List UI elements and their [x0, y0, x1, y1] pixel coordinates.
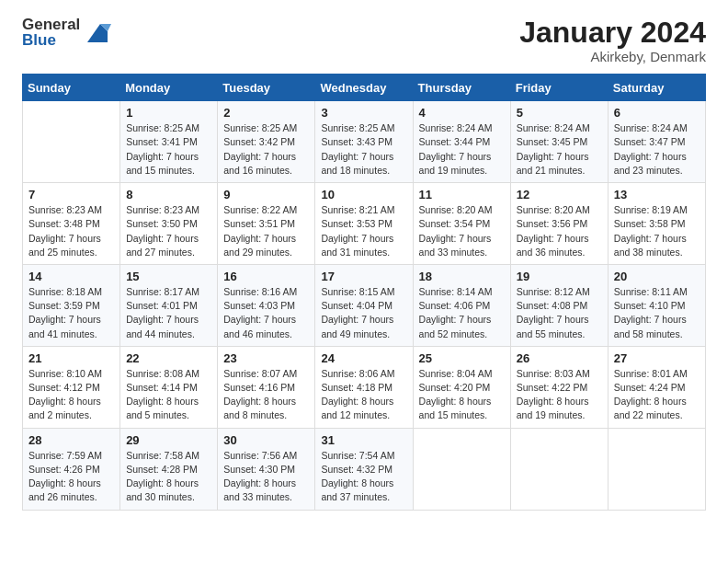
day-number: 18: [419, 270, 505, 283]
day-number: 30: [223, 433, 309, 447]
day-info: Sunrise: 8:22 AMSunset: 3:51 PMDaylight:…: [223, 203, 309, 259]
day-number: 11: [419, 188, 505, 201]
calendar-cell: [413, 428, 510, 510]
day-info: Sunrise: 7:54 AMSunset: 4:32 PMDaylight:…: [321, 449, 406, 505]
calendar-cell: 11Sunrise: 8:20 AMSunset: 3:54 PMDayligh…: [413, 183, 510, 265]
day-number: 3: [321, 106, 406, 120]
calendar-week-3: 14Sunrise: 8:18 AMSunset: 3:59 PMDayligh…: [23, 264, 706, 346]
weekday-header-sunday: Sunday: [23, 75, 120, 101]
day-number: 27: [614, 351, 700, 365]
calendar-subtitle: Akirkeby, Denmark: [519, 49, 706, 64]
day-number: 19: [517, 270, 602, 283]
day-number: 29: [126, 433, 211, 447]
calendar-cell: [608, 428, 705, 510]
day-number: 24: [321, 351, 406, 365]
day-number: 13: [614, 188, 700, 201]
calendar-week-1: 1Sunrise: 8:25 AMSunset: 3:41 PMDaylight…: [23, 101, 706, 183]
weekday-header-tuesday: Tuesday: [218, 75, 315, 101]
weekday-header-row: SundayMondayTuesdayWednesdayThursdayFrid…: [23, 75, 706, 101]
calendar-cell: 18Sunrise: 8:14 AMSunset: 4:06 PMDayligh…: [413, 264, 510, 346]
calendar-cell: 30Sunrise: 7:56 AMSunset: 4:30 PMDayligh…: [218, 428, 315, 510]
calendar-week-2: 7Sunrise: 8:23 AMSunset: 3:48 PMDaylight…: [23, 183, 706, 265]
day-info: Sunrise: 8:08 AMSunset: 4:14 PMDaylight:…: [126, 367, 211, 423]
day-info: Sunrise: 7:59 AMSunset: 4:26 PMDaylight:…: [28, 449, 114, 505]
day-info: Sunrise: 8:21 AMSunset: 3:53 PMDaylight:…: [321, 203, 406, 259]
day-info: Sunrise: 8:24 AMSunset: 3:47 PMDaylight:…: [614, 121, 700, 178]
day-number: 7: [28, 188, 114, 201]
day-info: Sunrise: 8:25 AMSunset: 3:43 PMDaylight:…: [321, 121, 406, 178]
calendar-week-5: 28Sunrise: 7:59 AMSunset: 4:26 PMDayligh…: [23, 428, 706, 510]
calendar-cell: 8Sunrise: 8:23 AMSunset: 3:50 PMDaylight…: [120, 183, 218, 265]
day-number: 8: [126, 188, 211, 201]
calendar-cell: 25Sunrise: 8:04 AMSunset: 4:20 PMDayligh…: [413, 346, 510, 428]
day-number: 23: [223, 351, 309, 365]
logo-text: General Blue: [22, 17, 80, 48]
day-info: Sunrise: 8:06 AMSunset: 4:18 PMDaylight:…: [321, 367, 406, 423]
day-info: Sunrise: 8:24 AMSunset: 3:44 PMDaylight:…: [419, 121, 505, 178]
calendar-cell: 17Sunrise: 8:15 AMSunset: 4:04 PMDayligh…: [315, 264, 413, 346]
calendar-cell: 7Sunrise: 8:23 AMSunset: 3:48 PMDaylight…: [23, 183, 120, 265]
title-block: January 2024 Akirkeby, Denmark: [519, 17, 706, 64]
calendar-cell: 12Sunrise: 8:20 AMSunset: 3:56 PMDayligh…: [510, 183, 608, 265]
day-info: Sunrise: 8:15 AMSunset: 4:04 PMDaylight:…: [321, 285, 406, 341]
day-info: Sunrise: 7:56 AMSunset: 4:30 PMDaylight:…: [223, 449, 309, 505]
logo-blue: Blue: [22, 32, 80, 48]
calendar-cell: 3Sunrise: 8:25 AMSunset: 3:43 PMDaylight…: [315, 101, 413, 183]
day-info: Sunrise: 8:23 AMSunset: 3:48 PMDaylight:…: [28, 203, 114, 259]
calendar-cell: 27Sunrise: 8:01 AMSunset: 4:24 PMDayligh…: [608, 346, 705, 428]
logo: General Blue: [22, 17, 111, 48]
day-number: 2: [223, 106, 309, 120]
day-info: Sunrise: 8:20 AMSunset: 3:54 PMDaylight:…: [419, 203, 505, 259]
logo-icon: [82, 17, 111, 46]
calendar-cell: 21Sunrise: 8:10 AMSunset: 4:12 PMDayligh…: [23, 346, 120, 428]
day-info: Sunrise: 7:58 AMSunset: 4:28 PMDaylight:…: [126, 449, 211, 505]
day-info: Sunrise: 8:14 AMSunset: 4:06 PMDaylight:…: [419, 285, 505, 341]
day-info: Sunrise: 8:18 AMSunset: 3:59 PMDaylight:…: [28, 285, 114, 341]
calendar-cell: 5Sunrise: 8:24 AMSunset: 3:45 PMDaylight…: [510, 101, 608, 183]
calendar-cell: 20Sunrise: 8:11 AMSunset: 4:10 PMDayligh…: [608, 264, 705, 346]
day-info: Sunrise: 8:17 AMSunset: 4:01 PMDaylight:…: [126, 285, 211, 341]
calendar-cell: 6Sunrise: 8:24 AMSunset: 3:47 PMDaylight…: [608, 101, 705, 183]
calendar-cell: 24Sunrise: 8:06 AMSunset: 4:18 PMDayligh…: [315, 346, 413, 428]
day-number: 9: [223, 188, 309, 201]
day-number: 22: [126, 351, 211, 365]
day-number: 6: [614, 106, 700, 120]
day-number: 31: [321, 433, 406, 447]
page: General Blue January 2024 Akirkeby, Denm…: [0, 0, 728, 563]
day-info: Sunrise: 8:19 AMSunset: 3:58 PMDaylight:…: [614, 203, 700, 259]
day-info: Sunrise: 8:11 AMSunset: 4:10 PMDaylight:…: [614, 285, 700, 341]
weekday-header-wednesday: Wednesday: [315, 75, 413, 101]
calendar-cell: 26Sunrise: 8:03 AMSunset: 4:22 PMDayligh…: [510, 346, 608, 428]
header: General Blue January 2024 Akirkeby, Denm…: [22, 17, 706, 64]
weekday-header-monday: Monday: [120, 75, 218, 101]
calendar-cell: 15Sunrise: 8:17 AMSunset: 4:01 PMDayligh…: [120, 264, 218, 346]
day-number: 28: [28, 433, 114, 447]
day-info: Sunrise: 8:12 AMSunset: 4:08 PMDaylight:…: [517, 285, 602, 341]
calendar-table: SundayMondayTuesdayWednesdayThursdayFrid…: [22, 74, 706, 510]
day-number: 12: [517, 188, 602, 201]
calendar-cell: 10Sunrise: 8:21 AMSunset: 3:53 PMDayligh…: [315, 183, 413, 265]
day-info: Sunrise: 8:25 AMSunset: 3:42 PMDaylight:…: [223, 121, 309, 178]
weekday-header-saturday: Saturday: [608, 75, 705, 101]
calendar-cell: 4Sunrise: 8:24 AMSunset: 3:44 PMDaylight…: [413, 101, 510, 183]
calendar-cell: [23, 101, 120, 183]
day-number: 14: [28, 270, 114, 283]
day-number: 17: [321, 270, 406, 283]
day-info: Sunrise: 8:24 AMSunset: 3:45 PMDaylight:…: [517, 121, 602, 178]
day-number: 5: [517, 106, 602, 120]
weekday-header-thursday: Thursday: [413, 75, 510, 101]
calendar-cell: 9Sunrise: 8:22 AMSunset: 3:51 PMDaylight…: [218, 183, 315, 265]
day-number: 1: [126, 106, 211, 120]
weekday-header-friday: Friday: [510, 75, 608, 101]
day-number: 16: [223, 270, 309, 283]
calendar-cell: 1Sunrise: 8:25 AMSunset: 3:41 PMDaylight…: [120, 101, 218, 183]
day-info: Sunrise: 8:16 AMSunset: 4:03 PMDaylight:…: [223, 285, 309, 341]
day-info: Sunrise: 8:10 AMSunset: 4:12 PMDaylight:…: [28, 367, 114, 423]
calendar-cell: [510, 428, 608, 510]
day-info: Sunrise: 8:20 AMSunset: 3:56 PMDaylight:…: [517, 203, 602, 259]
day-info: Sunrise: 8:03 AMSunset: 4:22 PMDaylight:…: [517, 367, 602, 423]
calendar-cell: 16Sunrise: 8:16 AMSunset: 4:03 PMDayligh…: [218, 264, 315, 346]
calendar-cell: 19Sunrise: 8:12 AMSunset: 4:08 PMDayligh…: [510, 264, 608, 346]
logo-general: General: [22, 17, 80, 32]
day-info: Sunrise: 8:23 AMSunset: 3:50 PMDaylight:…: [126, 203, 211, 259]
